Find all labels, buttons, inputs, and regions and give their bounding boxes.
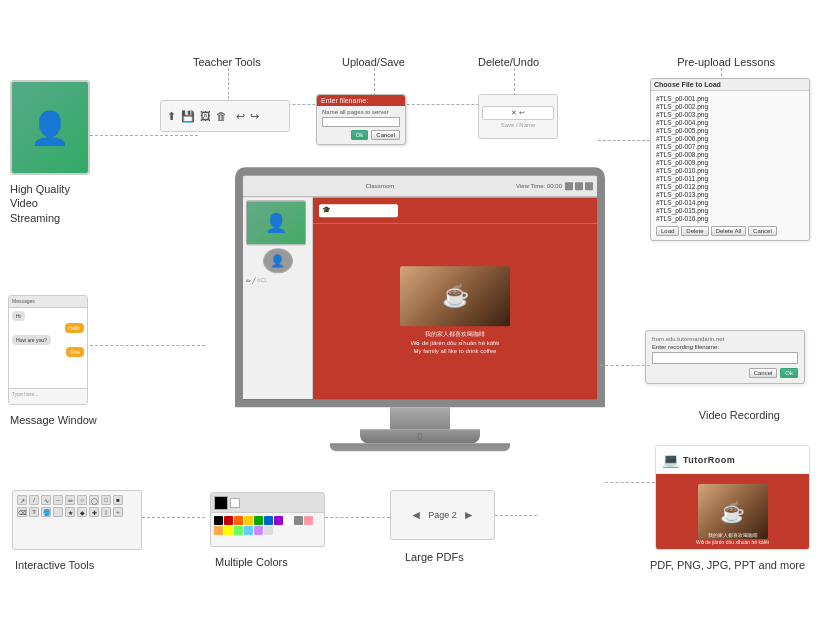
formats-logo: TutorRoom: [683, 455, 735, 465]
preupload-connector-h: [598, 140, 650, 141]
screen-content-header: 🎓 TutorRoom: [313, 197, 597, 223]
recording-filename-input[interactable]: [652, 352, 798, 364]
color-swatch[interactable]: [234, 526, 243, 535]
image-icon: 🖼: [200, 110, 211, 122]
preupload-file-list: #TLS_p0-001.png#TLS_p0-002.png#TLS_p0-00…: [656, 94, 804, 222]
preupload-file-item: #TLS_p0-010.png: [656, 166, 804, 174]
color-swatch[interactable]: [284, 516, 293, 525]
large-pdfs-label: Large PDFs: [405, 550, 464, 564]
upload-dialog-input[interactable]: [322, 117, 400, 127]
monitor-screen: Classroom View Time: 00:00 👤 👤 ✏ ╱: [235, 167, 605, 407]
tool-circle: ○: [77, 495, 87, 505]
upload-dialog-buttons: Ok Cancel: [322, 130, 400, 140]
message-window-label: Message Window: [10, 413, 97, 427]
pdf-prev-btn[interactable]: ◄: [410, 508, 422, 522]
video-face-icon: 👤: [30, 109, 70, 147]
color-swatch[interactable]: [224, 516, 233, 525]
screen-chinese-main: 我的家人都喜欢喝咖啡: [411, 331, 500, 339]
preupload-action-btn[interactable]: Delete All: [711, 226, 746, 236]
color-swatch[interactable]: [264, 526, 273, 535]
tools-row-2: ⌫ T 🪣 ⬜ ★ ◆ ✚ | +: [17, 507, 137, 517]
color-swatch[interactable]: [214, 516, 223, 525]
upload-save-label: Upload/Save: [342, 56, 405, 68]
screen-main-area: 👤 👤 ✏ ╱ ○ □ 🎓 TutorRoom: [243, 197, 597, 399]
screen-logo-text: TutorRoom: [333, 205, 395, 216]
screen-toolbar: Classroom View Time: 00:00: [243, 175, 597, 197]
screen-toolbar-icons: [565, 182, 593, 190]
screen-toolbar-icon2: [575, 182, 583, 190]
formats-header: 💻 TutorRoom: [656, 446, 809, 474]
upload-cancel-button[interactable]: Cancel: [371, 130, 400, 140]
delete-icon: ✕: [511, 109, 517, 117]
color-swatch[interactable]: [254, 526, 263, 535]
pdf-formats-label: PDF, PNG, JPG, PPT and more: [650, 558, 810, 572]
tool-line2: |: [101, 507, 111, 517]
message-bubble: Hi: [12, 311, 25, 321]
preupload-actions: LoadDeleteDelete AllCancel: [656, 226, 804, 236]
preupload-file-item: #TLS_p0-002.png: [656, 102, 804, 110]
recording-ok-btn[interactable]: Ok: [780, 368, 798, 378]
color-swatch[interactable]: [294, 516, 303, 525]
preupload-file-item: #TLS_p0-008.png: [656, 150, 804, 158]
color-swatch[interactable]: [244, 526, 253, 535]
preupload-action-btn[interactable]: Load: [656, 226, 679, 236]
color-swatch[interactable]: [234, 516, 243, 525]
multiple-colors-label: Multiple Colors: [215, 555, 288, 569]
preupload-file-item: #TLS_p0-009.png: [656, 158, 804, 166]
tool-plus: +: [113, 507, 123, 517]
formats-text-overlay: 我的家人都喜欢喝咖啡Wǒ de jiārén dōu xǐhuān hē kāf…: [656, 532, 809, 546]
preupload-title: Choose File to Load: [651, 79, 809, 91]
screen-tool-icons: ✏ ╱ ○ □: [246, 277, 309, 284]
preupload-file-item: #TLS_p0-005.png: [656, 126, 804, 134]
tool-eraser: ⌫: [17, 507, 27, 517]
colors-top-bar: [211, 493, 324, 513]
color-swatch[interactable]: [304, 516, 313, 525]
color-swatch[interactable]: [224, 526, 233, 535]
message-panel: Messages HiHelloHow are you?Fine Type he…: [8, 295, 88, 405]
pre-upload-label: Pre-upload Lessons: [677, 56, 775, 68]
formats-laptop-icon: 💻: [662, 452, 679, 468]
color-swatch[interactable]: [244, 516, 253, 525]
colors-grid: [211, 513, 324, 538]
preupload-file-item: #TLS_p0-011.png: [656, 174, 804, 182]
recording-input-label: Enter recording filename:: [652, 344, 798, 350]
screen-content-body: 我的家人都喜欢喝咖啡 Wǒ de jiārén dōu xǐhuān hē kā…: [313, 223, 597, 399]
message-header: Messages: [9, 296, 87, 308]
preupload-file-item: #TLS_p0-004.png: [656, 118, 804, 126]
tools-connector: [142, 517, 205, 518]
screen-rect-icon: □: [262, 277, 266, 284]
message-bubble: Hello: [65, 323, 84, 333]
redo-icon: ↪: [250, 110, 259, 123]
pdf-page-label: Page 2: [428, 510, 457, 520]
recording-cancel-btn[interactable]: Cancel: [749, 368, 778, 378]
color-swatch[interactable]: [214, 526, 223, 535]
screen-coffee-image: [400, 267, 510, 327]
delete-undo-panel: ✕ ↩ Save / Name: [478, 94, 558, 139]
delete-undo-label: Delete/Undo: [478, 56, 539, 68]
monitor: Classroom View Time: 00:00 👤 👤 ✏ ╱: [235, 167, 605, 451]
tool-oval: ◯: [89, 495, 99, 505]
screen-avatar-thumb: 👤: [263, 248, 293, 273]
upload-ok-button[interactable]: Ok: [351, 130, 369, 140]
color-swatch[interactable]: [264, 516, 273, 525]
preupload-file-item: #TLS_p0-014.png: [656, 198, 804, 206]
pdf-next-btn[interactable]: ►: [463, 508, 475, 522]
screen-video-thumb: 👤: [246, 200, 306, 245]
tool-select: ⬜: [53, 507, 63, 517]
preupload-file-item: #TLS_p0-015.png: [656, 206, 804, 214]
formats-coffee-image: ☕: [698, 484, 768, 539]
recording-buttons: Cancel Ok: [652, 368, 798, 378]
color-swatch[interactable]: [254, 516, 263, 525]
preupload-file-item: #TLS_p0-006.png: [656, 134, 804, 142]
upload-save-dialog: Enter filename: Name all pages to server…: [316, 94, 406, 145]
tool-fillrect: ■: [113, 495, 123, 505]
video-connector-h: [90, 135, 198, 136]
preupload-action-btn[interactable]: Cancel: [748, 226, 777, 236]
colors-connector: [325, 517, 390, 518]
preupload-action-btn[interactable]: Delete: [681, 226, 708, 236]
preupload-file-item: #TLS_p0-012.png: [656, 182, 804, 190]
color-swatch[interactable]: [274, 516, 283, 525]
teacher-tools-connector: [228, 68, 229, 104]
message-input[interactable]: Type here...: [9, 388, 87, 404]
formats-connector-h: [605, 482, 655, 483]
